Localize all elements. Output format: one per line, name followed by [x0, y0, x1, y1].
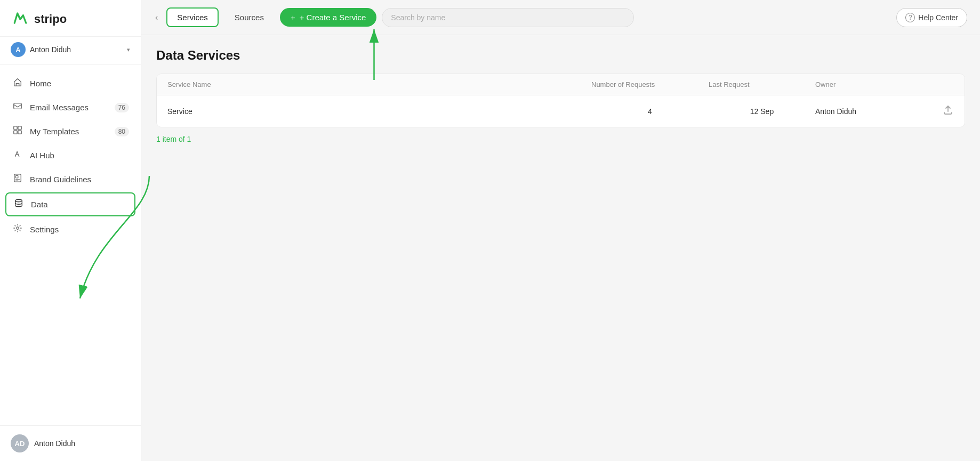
col-header-actions	[922, 80, 954, 88]
svg-rect-1	[14, 126, 17, 130]
sidebar-item-settings-label: Settings	[30, 225, 59, 234]
cell-owner: Anton Diduh	[815, 107, 922, 116]
email-messages-badge: 76	[115, 103, 129, 112]
cell-service-name: Service	[167, 107, 591, 116]
my-templates-badge: 80	[115, 127, 129, 136]
logo-area: stripo	[11, 10, 130, 29]
svg-point-8	[17, 227, 19, 230]
avatar: AD	[11, 434, 29, 452]
chevron-down-icon: ▾	[127, 46, 130, 53]
email-icon	[12, 101, 23, 114]
sidebar-item-home-label: Home	[30, 79, 51, 88]
sidebar-header: stripo	[0, 0, 141, 37]
svg-rect-6	[15, 176, 18, 179]
sidebar: stripo A Anton Diduh ▾ Home Email Messag…	[0, 0, 141, 461]
main-content: ‹ Services Sources + + Create a Service …	[141, 0, 980, 461]
brand-guidelines-icon	[12, 173, 23, 185]
tab-services[interactable]: Services	[166, 7, 219, 27]
annotation-arrow-data	[141, 171, 171, 309]
sidebar-item-settings[interactable]: Settings	[0, 217, 141, 241]
col-header-owner: Owner	[815, 80, 922, 88]
sidebar-item-brand-guidelines[interactable]: Brand Guidelines	[0, 167, 141, 191]
tab-sources[interactable]: Sources	[224, 7, 275, 27]
sidebar-item-my-templates[interactable]: My Templates 80	[0, 119, 141, 143]
ai-hub-icon	[12, 149, 23, 161]
svg-rect-3	[14, 131, 17, 134]
svg-rect-0	[14, 103, 21, 109]
home-icon	[12, 77, 23, 90]
search-wrap	[382, 8, 634, 27]
settings-icon	[12, 223, 23, 236]
cell-last-request: 12 Sep	[709, 107, 815, 116]
user-name-label: Anton Diduh	[30, 45, 123, 54]
sidebar-item-brand-label: Brand Guidelines	[30, 175, 91, 184]
pagination-info: 1 item of 1	[156, 135, 965, 143]
stripo-logo-icon	[11, 10, 30, 29]
data-table: Service Name Number of Requests Last Req…	[156, 74, 965, 127]
sidebar-collapse-button[interactable]: ‹	[152, 11, 161, 25]
sidebar-item-email-label: Email Messages	[30, 103, 89, 112]
sidebar-item-ai-hub-label: AI Hub	[30, 151, 54, 160]
col-header-last-request: Last Request	[709, 80, 815, 88]
user-avatar-small: A	[11, 42, 26, 57]
user-selector[interactable]: A Anton Diduh ▾	[0, 37, 141, 65]
plus-icon: +	[291, 13, 295, 22]
help-center-button[interactable]: ? Help Center	[896, 8, 967, 27]
content-area: Data Services Service Name Number of Req…	[141, 35, 980, 461]
sidebar-item-ai-hub[interactable]: AI Hub	[0, 143, 141, 167]
create-service-button[interactable]: + + Create a Service	[280, 8, 376, 27]
col-header-requests: Number of Requests	[591, 80, 709, 88]
sidebar-item-home[interactable]: Home	[0, 71, 141, 95]
sidebar-footer: AD Anton Diduh	[0, 425, 141, 461]
table-row: Service 4 12 Sep Anton Diduh	[157, 95, 965, 127]
help-icon: ?	[905, 13, 915, 22]
footer-username: Anton Diduh	[34, 439, 75, 448]
sidebar-item-templates-label: My Templates	[30, 127, 79, 136]
cell-requests: 4	[591, 107, 709, 116]
table-header-row: Service Name Number of Requests Last Req…	[157, 74, 965, 95]
sidebar-item-data-label: Data	[31, 200, 48, 209]
svg-rect-4	[18, 131, 21, 134]
svg-point-7	[15, 199, 22, 202]
templates-icon	[12, 125, 23, 138]
sidebar-item-email-messages[interactable]: Email Messages 76	[0, 95, 141, 119]
sidebar-item-data[interactable]: Data	[5, 192, 135, 216]
data-icon	[13, 198, 25, 211]
topbar: ‹ Services Sources + + Create a Service …	[141, 0, 980, 35]
search-input[interactable]	[382, 8, 634, 27]
app-name: stripo	[34, 12, 67, 26]
svg-rect-2	[18, 126, 21, 130]
row-action-icon[interactable]	[922, 104, 954, 118]
sidebar-nav: Home Email Messages 76 My Templates 80 A…	[0, 65, 141, 425]
upload-icon	[942, 104, 954, 116]
page-title: Data Services	[156, 48, 965, 63]
col-header-service-name: Service Name	[167, 80, 591, 88]
